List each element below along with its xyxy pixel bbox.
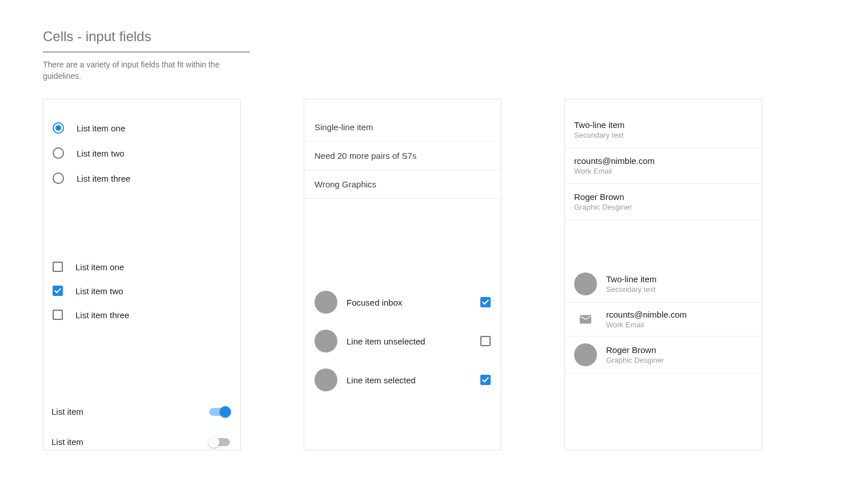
radio-group: List item one List item two List item th… [43,99,240,198]
checkbox-icon[interactable] [480,297,491,307]
avatar-label: Line item unselected [347,336,470,346]
avatar-row-2[interactable]: Line item unselected [312,322,493,360]
mail-icon [574,315,597,324]
radio-icon[interactable] [53,122,64,134]
checkbox-icon[interactable] [480,375,491,385]
checkbox-group: List item one List item two List item th… [43,255,240,334]
card-two-line: Two-line item Secondary text rcounts@nim… [564,99,762,450]
radio-icon[interactable] [53,173,64,184]
two-line-primary: Roger Brown [574,192,752,202]
two-line-primary: rcounts@nimble.com [606,310,752,319]
two-line-primary: Two-line item [574,120,752,130]
checkbox-icon[interactable] [53,310,63,320]
checkbox-row-1[interactable]: List item one [51,255,232,279]
two-line-secondary: Secondary text [574,131,752,139]
avatar-label: Line item selected [347,375,470,385]
checkbox-icon[interactable] [480,336,491,346]
two-line-avatar-item[interactable]: Roger Brown Graphic Desginer [565,336,762,374]
switch-label: List item [51,437,83,447]
card-radios-checkboxes-switches: List item one List item two List item th… [43,99,241,450]
two-line-item[interactable]: Two-line item Secondary text [565,99,762,148]
radio-label: List item three [77,174,130,183]
switch-toggle-icon[interactable] [209,438,230,446]
card-single-line-avatar: Single-line item Need 20 more pairs of S… [304,99,501,450]
avatar-label: Focused inbox [347,298,470,307]
two-line-avatar-item[interactable]: rcounts@nimble.com Work Email [565,303,762,336]
two-line-secondary: Graphic Desginer [606,356,752,364]
checkbox-icon[interactable] [53,286,63,296]
radio-row-3[interactable]: List item three [51,166,232,191]
radio-row-1[interactable]: List item one [51,115,232,141]
radio-label: List item one [77,123,125,133]
avatar-icon [574,272,597,295]
checkbox-label: List item three [75,310,129,320]
switch-label: List item [51,407,83,416]
checkbox-label: List item two [75,286,123,296]
switch-toggle-icon[interactable] [209,408,230,416]
switch-row-2[interactable]: List item [43,427,240,457]
page-description: There are a variety of input fields that… [43,59,237,82]
radio-row-2[interactable]: List item two [51,141,232,166]
checkbox-row-2[interactable]: List item two [51,279,232,303]
two-line-secondary: Graphic Desginer [574,203,752,211]
two-line-secondary: Secondary text [606,285,752,294]
two-line-item[interactable]: rcounts@nimble.com Work Email [565,148,762,184]
checkbox-icon[interactable] [53,262,63,272]
checkbox-row-3[interactable]: List item three [51,303,232,327]
avatar-icon [314,368,337,391]
page-title: Cells - input fields [43,29,250,53]
two-line-secondary: Work Email [606,320,752,329]
radio-icon[interactable] [53,147,64,159]
list-item[interactable]: Wrong Graphics [304,170,501,199]
avatar-row-3[interactable]: Line item selected [312,360,493,399]
two-line-primary: Two-line item [606,274,752,284]
two-line-secondary: Work Email [574,167,752,175]
list-item[interactable]: Need 20 more pairs of S7s [304,142,501,170]
two-line-item[interactable]: Roger Brown Graphic Desginer [565,184,762,220]
checkbox-label: List item one [75,262,124,272]
avatar-icon [314,330,337,352]
list-item[interactable]: Single-line item [304,99,501,142]
switch-row-1[interactable]: List item [43,396,240,427]
two-line-primary: Roger Brown [606,345,752,355]
avatar-checkbox-group: Focused inbox Line item unselected Line … [304,276,501,406]
two-line-primary: rcounts@nimble.com [574,156,752,166]
avatar-row-1[interactable]: Focused inbox [312,283,493,322]
avatar-icon [314,291,337,314]
avatar-icon [574,343,597,366]
radio-label: List item two [77,149,124,158]
two-line-avatar-item[interactable]: Two-line item Secondary text [565,266,762,303]
